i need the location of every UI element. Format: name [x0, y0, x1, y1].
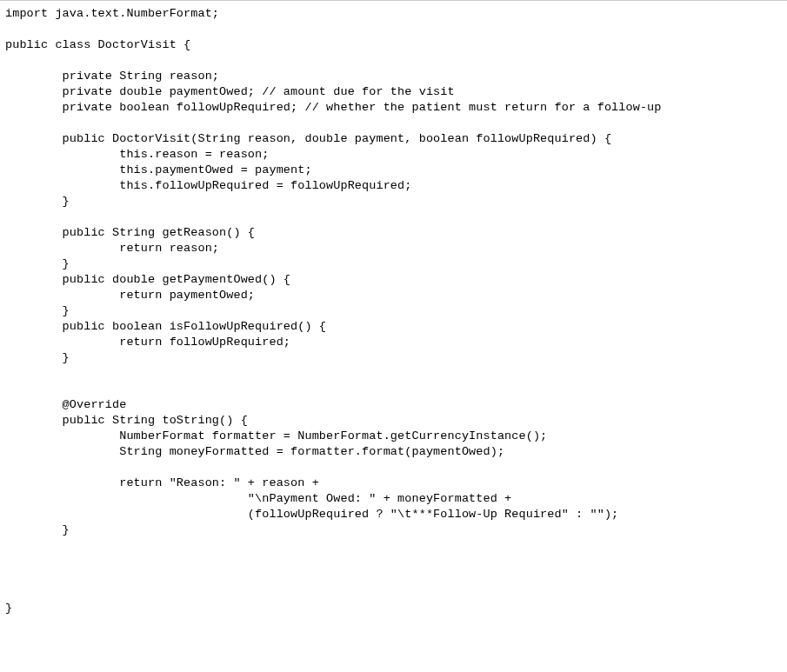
- code-block: import java.text.NumberFormat; public cl…: [0, 1, 787, 616]
